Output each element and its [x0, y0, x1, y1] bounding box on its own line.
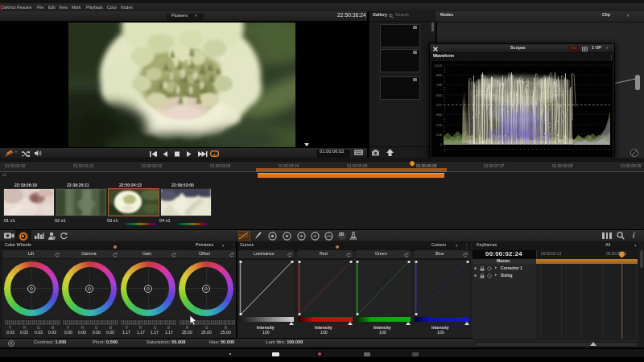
svg-text:128: 128 — [436, 133, 443, 137]
svg-text:768: 768 — [436, 83, 443, 87]
svg-text:640: 640 — [436, 93, 443, 97]
svg-text:512: 512 — [436, 103, 443, 107]
svg-text:384: 384 — [436, 113, 443, 117]
svg-text:896: 896 — [436, 73, 443, 77]
svg-text:1023: 1023 — [434, 64, 442, 68]
svg-text:256: 256 — [436, 123, 443, 127]
